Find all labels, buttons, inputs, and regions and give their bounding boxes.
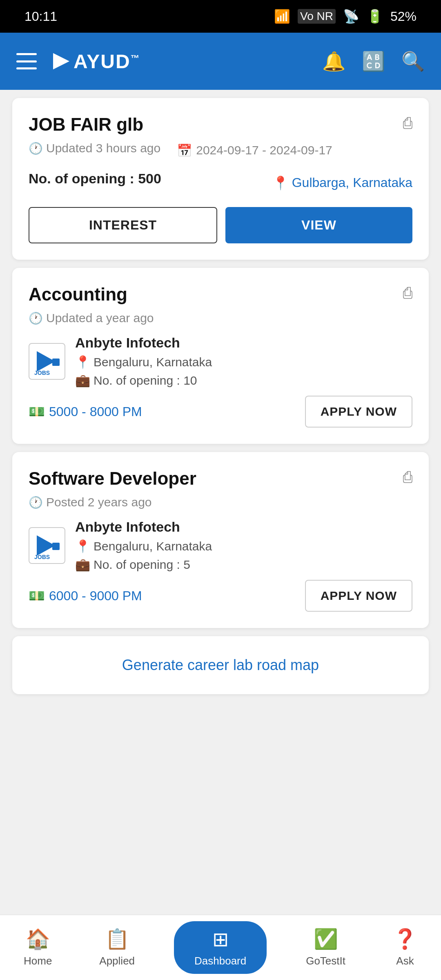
hamburger-icon[interactable]: [16, 53, 37, 69]
svg-text:JOBS: JOBS: [34, 370, 50, 376]
accounting-share-icon[interactable]: ⎙: [403, 284, 412, 302]
software-developer-updated: 🕐 Posted 2 years ago: [29, 495, 412, 509]
accounting-salary: 💵 5000 - 8000 PM: [29, 404, 142, 419]
applied-icon: 📋: [105, 928, 129, 951]
job-fair-meta-row: 🕐 Updated 3 hours ago 📅 2024-09-17 - 202…: [29, 141, 412, 159]
ask-icon: ❓: [393, 928, 417, 951]
notification-icon[interactable]: 🔔: [322, 50, 345, 72]
clock-icon-2: 🕐: [29, 312, 43, 325]
location-icon-2: 📍: [75, 355, 90, 369]
clock-icon-3: 🕐: [29, 496, 43, 509]
briefcase-icon-1: 💼: [75, 373, 90, 388]
career-lab-link[interactable]: Generate career lab road map: [122, 657, 319, 673]
nav-label-applied: Applied: [99, 955, 135, 967]
accounting-updated: 🕐 Updated a year ago: [29, 311, 412, 325]
status-bar: 10:11 📶 Vo NR 📡 🔋 52%: [0, 0, 441, 33]
header-left: AYUD™: [16, 49, 140, 74]
interest-button[interactable]: INTEREST: [29, 207, 217, 243]
job-fair-openings: No. of opening : 500: [29, 171, 161, 187]
money-icon-2: 💵: [29, 588, 45, 604]
status-icons: 📶 Vo NR 📡 🔋 52%: [274, 9, 416, 24]
company-logo-1: JOBS: [29, 343, 65, 380]
main-content: JOB FAIR glb ⎙ 🕐 Updated 3 hours ago 📅 2…: [0, 90, 441, 768]
job-fair-location: 📍 Gulbarga, Karnataka: [272, 175, 412, 191]
company-name-2: Anbyte Infotech: [75, 519, 212, 535]
svg-rect-7: [52, 543, 60, 550]
software-developer-title: Software Developer: [29, 468, 196, 489]
job-fair-title: JOB FAIR glb: [29, 114, 143, 135]
accounting-header: Accounting ⎙: [29, 284, 412, 305]
job-fair-updated: 🕐 Updated 3 hours ago: [29, 141, 160, 155]
company-logo-2: JOBS: [29, 527, 65, 564]
gotestit-icon: ✅: [314, 928, 338, 951]
status-time: 10:11: [24, 9, 57, 24]
accounting-card: Accounting ⎙ 🕐 Updated a year ago JOBS A…: [12, 268, 429, 444]
company-details-2: Anbyte Infotech 📍 Bengaluru, Karnataka 💼…: [75, 519, 212, 572]
software-developer-salary: 💵 6000 - 9000 PM: [29, 588, 142, 604]
career-lab-card: Generate career lab road map: [12, 636, 429, 694]
accounting-apply-button[interactable]: APPLY NOW: [305, 396, 412, 428]
software-developer-share-icon[interactable]: ⎙: [403, 468, 412, 486]
translate-icon[interactable]: 🔠: [362, 50, 385, 72]
job-fair-date: 📅 2024-09-17 - 2024-09-17: [177, 143, 332, 158]
job-fair-share-icon[interactable]: ⎙: [403, 114, 412, 132]
company-details-1: Anbyte Infotech 📍 Bengaluru, Karnataka 💼…: [75, 335, 212, 388]
nav-label-ask: Ask: [396, 955, 414, 967]
svg-rect-3: [52, 359, 60, 366]
software-developer-company-row: JOBS Anbyte Infotech 📍 Bengaluru, Karnat…: [29, 519, 412, 572]
battery-icon: 🔋: [367, 9, 383, 24]
location-icon-3: 📍: [75, 539, 90, 553]
home-icon: 🏠: [26, 928, 50, 951]
nav-label-dashboard: Dashboard: [194, 955, 246, 967]
job-fair-card: JOB FAIR glb ⎙ 🕐 Updated 3 hours ago 📅 2…: [12, 98, 429, 260]
nav-item-ask[interactable]: ❓ Ask: [385, 924, 425, 971]
location-icon-1: 📍: [272, 175, 289, 191]
wifi-icon: 📶: [274, 9, 290, 24]
calendar-icon-1: 📅: [177, 143, 192, 158]
company-name-1: Anbyte Infotech: [75, 335, 212, 351]
company-location-1: 📍 Bengaluru, Karnataka: [75, 355, 212, 369]
nfc-icon: Vo NR: [298, 9, 336, 24]
header-icons: 🔔 🔠 🔍: [322, 50, 425, 72]
search-icon[interactable]: 🔍: [401, 50, 425, 72]
dashboard-icon: ⊞: [212, 928, 229, 951]
accounting-salary-row: 💵 5000 - 8000 PM APPLY NOW: [29, 396, 412, 428]
nav-item-applied[interactable]: 📋 Applied: [91, 924, 143, 971]
svg-text:JOBS: JOBS: [34, 554, 50, 560]
nav-item-gotestit[interactable]: ✅ GoTestIt: [298, 924, 354, 971]
nav-item-home[interactable]: 🏠 Home: [16, 924, 60, 971]
company-openings-1: 💼 No. of opening : 10: [75, 373, 212, 388]
briefcase-icon-2: 💼: [75, 557, 90, 572]
company-openings-2: 💼 No. of opening : 5: [75, 557, 212, 572]
signal-icon: 📡: [343, 9, 359, 24]
logo-area: AYUD™: [49, 49, 140, 74]
software-developer-apply-button[interactable]: APPLY NOW: [305, 580, 412, 612]
nav-item-dashboard[interactable]: ⊞ Dashboard: [174, 921, 267, 974]
battery-level: 52%: [390, 9, 416, 24]
job-fair-buttons: INTEREST VIEW: [29, 207, 412, 243]
view-button[interactable]: VIEW: [225, 207, 412, 243]
svg-marker-0: [53, 53, 69, 69]
software-developer-header: Software Developer ⎙: [29, 468, 412, 489]
logo-text: AYUD™: [74, 50, 140, 73]
nav-label-gotestit: GoTestIt: [306, 955, 345, 967]
software-developer-card: Software Developer ⎙ 🕐 Posted 2 years ag…: [12, 452, 429, 628]
bottom-nav: 🏠 Home 📋 Applied ⊞ Dashboard ✅ GoTestIt …: [0, 915, 441, 980]
money-icon-1: 💵: [29, 404, 45, 419]
job-fair-opening-row: No. of opening : 500 📍 Gulbarga, Karnata…: [29, 171, 412, 195]
nav-label-home: Home: [24, 955, 52, 967]
logo-icon: [49, 49, 74, 74]
app-header: AYUD™ 🔔 🔠 🔍: [0, 33, 441, 90]
job-fair-header: JOB FAIR glb ⎙: [29, 114, 412, 135]
company-location-2: 📍 Bengaluru, Karnataka: [75, 539, 212, 553]
accounting-company-row: JOBS Anbyte Infotech 📍 Bengaluru, Karnat…: [29, 335, 412, 388]
clock-icon-1: 🕐: [29, 142, 43, 155]
software-developer-salary-row: 💵 6000 - 9000 PM APPLY NOW: [29, 580, 412, 612]
accounting-title: Accounting: [29, 284, 127, 305]
